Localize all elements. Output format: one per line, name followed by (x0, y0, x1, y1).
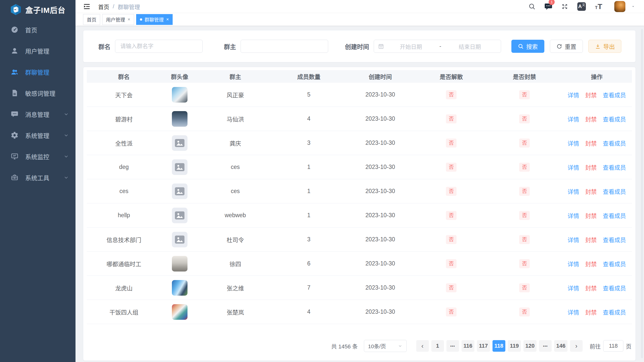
group-name: 天下会 (87, 90, 161, 99)
detail-link[interactable]: 详情 (567, 284, 579, 292)
date-end-placeholder[interactable]: 结束日期 (443, 42, 497, 50)
view-members-link[interactable]: 查看成员 (603, 187, 626, 196)
reset-button[interactable]: 重置 (550, 40, 583, 53)
detail-link[interactable]: 详情 (567, 235, 579, 244)
dissolved-badge: 否 (446, 187, 457, 196)
column-header: 群主 (198, 72, 273, 81)
page-button-117[interactable]: 117 (477, 340, 490, 352)
page-button-120[interactable]: 120 (523, 340, 537, 352)
view-members-link[interactable]: 查看成员 (603, 115, 626, 123)
detail-link[interactable]: 详情 (567, 259, 579, 268)
page-size-select[interactable]: 10条/页 (364, 340, 407, 352)
group-name-input[interactable] (115, 40, 203, 53)
fullscreen-icon[interactable] (561, 3, 568, 10)
view-members-link[interactable]: 查看成员 (603, 284, 626, 292)
sidebar-item-group-chat[interactable]: 群聊管理 (0, 61, 75, 82)
view-members-link[interactable]: 查看成员 (603, 139, 626, 147)
group-avatar (172, 159, 187, 175)
ban-link[interactable]: 封禁 (585, 115, 597, 123)
ban-link[interactable]: 封禁 (585, 259, 597, 268)
chevron-down-icon (63, 132, 69, 138)
ban-link[interactable]: 封禁 (585, 308, 597, 316)
ban-link[interactable]: 封禁 (585, 235, 597, 244)
group-name: ces (87, 188, 161, 195)
banned-badge: 否 (519, 90, 530, 99)
sidebar-collapse-icon[interactable] (83, 3, 91, 10)
ban-link[interactable]: 封禁 (585, 211, 597, 220)
sidebar-item-system-monitor[interactable]: 系统监控 (0, 146, 75, 167)
font-size-small: T (595, 5, 597, 10)
view-members-link[interactable]: 查看成员 (603, 308, 626, 316)
export-button[interactable]: 导出 (588, 40, 621, 53)
prev-page-button[interactable]: ‹ (416, 340, 429, 352)
close-icon[interactable]: × (128, 17, 130, 22)
sidebar-menu: 首页 用户管理 群聊管理 敏感词管理 消息管理 (0, 19, 75, 188)
chevron-down-icon (63, 154, 69, 159)
ban-link[interactable]: 封禁 (585, 163, 597, 171)
detail-link[interactable]: 详情 (567, 211, 579, 220)
pages-ellipsis-left[interactable]: ••• (446, 340, 459, 352)
view-members-link[interactable]: 查看成员 (603, 163, 626, 171)
group-avatar (172, 135, 187, 151)
view-members-link[interactable]: 查看成员 (603, 90, 626, 99)
group-owner: 龚庆 (198, 139, 273, 147)
download-icon (595, 43, 601, 49)
goto-page-input[interactable] (603, 340, 623, 352)
search-icon[interactable] (528, 3, 536, 10)
sidebar-item-home[interactable]: 首页 (0, 19, 75, 40)
page-button-1[interactable]: 1 (431, 340, 444, 352)
sidebar-item-sensitive-words[interactable]: 敏感词管理 (0, 82, 75, 104)
banned-badge: 否 (519, 211, 530, 220)
member-count: 1 (272, 188, 345, 195)
detail-link[interactable]: 详情 (567, 90, 579, 99)
monitor-icon (11, 152, 19, 160)
detail-link[interactable]: 详情 (567, 139, 579, 147)
app-logo-icon (10, 4, 22, 15)
created-date: 2023-10-30 (345, 308, 415, 315)
settings-icon (11, 131, 19, 139)
tab-label: 用户管理 (106, 16, 125, 23)
close-icon[interactable]: × (166, 17, 169, 22)
tab-group-chat-management[interactable]: 群聊管理 × (136, 14, 173, 25)
sidebar-item-messages[interactable]: 消息管理 (0, 104, 75, 125)
tab-user-management[interactable]: 用户管理 × (102, 14, 134, 25)
tab-home[interactable]: 首页 (83, 14, 100, 25)
sidebar-item-system-admin[interactable]: 系统管理 (0, 125, 75, 146)
sidebar-item-label: 消息管理 (25, 110, 63, 119)
font-size-icon[interactable]: T T (595, 2, 602, 11)
sensitive-words-icon (11, 89, 19, 97)
caret-down-icon[interactable] (631, 4, 635, 9)
ban-link[interactable]: 封禁 (585, 139, 597, 147)
page-button-118-active[interactable]: 118 (493, 340, 506, 352)
detail-link[interactable]: 详情 (567, 308, 579, 316)
detail-link[interactable]: 详情 (567, 163, 579, 171)
ban-link[interactable]: 封禁 (585, 90, 597, 99)
sidebar-item-system-tools[interactable]: 系统工具 (0, 167, 75, 188)
ban-link[interactable]: 封禁 (585, 284, 597, 292)
pages-ellipsis-right[interactable]: ••• (539, 340, 552, 352)
goto-page-label: 前往 (590, 342, 601, 350)
date-range-picker[interactable]: 开始日期 - 结束日期 (374, 40, 501, 53)
search-button[interactable]: 搜索 (511, 40, 544, 53)
sidebar-item-users[interactable]: 用户管理 (0, 40, 75, 61)
next-page-button[interactable]: › (570, 340, 583, 352)
detail-link[interactable]: 详情 (567, 187, 579, 196)
translate-icon[interactable]: A 文 (577, 2, 586, 11)
breadcrumb-home[interactable]: 首页 (98, 3, 109, 11)
view-members-link[interactable]: 查看成员 (603, 235, 626, 244)
user-avatar[interactable] (614, 1, 625, 12)
detail-link[interactable]: 详情 (567, 115, 579, 123)
date-start-placeholder[interactable]: 开始日期 (384, 42, 438, 50)
group-avatar (172, 184, 187, 199)
chat-message-icon[interactable]: 1 (545, 3, 552, 10)
page-button-116[interactable]: 116 (462, 340, 475, 352)
page-button-119[interactable]: 119 (508, 340, 521, 352)
page-button-146[interactable]: 146 (554, 340, 567, 352)
view-members-link[interactable]: 查看成员 (603, 211, 626, 220)
total-count: 共 1456 条 (331, 342, 358, 350)
group-owner-input[interactable] (241, 40, 328, 53)
view-members-link[interactable]: 查看成员 (603, 259, 626, 268)
group-avatar (172, 87, 187, 103)
ban-link[interactable]: 封禁 (585, 187, 597, 196)
vertical-scrollbar[interactable] (641, 29, 643, 358)
